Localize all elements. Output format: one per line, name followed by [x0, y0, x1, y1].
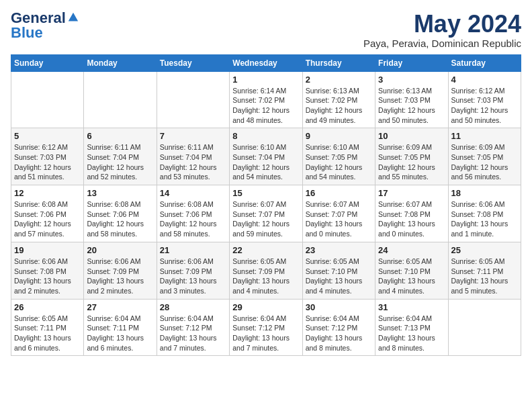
day-info: Sunrise: 6:14 AMSunset: 7:02 PMDaylight:…: [232, 86, 299, 126]
day-info: Sunrise: 6:11 AMSunset: 7:04 PMDaylight:…: [160, 142, 226, 182]
calendar-cell: 28Sunrise: 6:04 AMSunset: 7:12 PMDayligh…: [157, 299, 229, 356]
calendar-cell: 29Sunrise: 6:04 AMSunset: 7:12 PMDayligh…: [230, 299, 302, 356]
calendar-cell: 31Sunrise: 6:04 AMSunset: 7:13 PMDayligh…: [375, 299, 448, 356]
logo: General Blue: [11, 11, 79, 40]
calendar-cell: [448, 299, 521, 356]
day-info: Sunrise: 6:09 AMSunset: 7:05 PMDaylight:…: [451, 142, 518, 182]
day-info: Sunrise: 6:04 AMSunset: 7:13 PMDaylight:…: [378, 314, 445, 353]
day-number: 2: [306, 75, 372, 85]
calendar-cell: 16Sunrise: 6:07 AMSunset: 7:07 PMDayligh…: [302, 185, 375, 242]
weekday-header-thursday: Thursday: [302, 54, 375, 71]
day-info: Sunrise: 6:06 AMSunset: 7:08 PMDaylight:…: [451, 199, 518, 239]
calendar-cell: 22Sunrise: 6:05 AMSunset: 7:09 PMDayligh…: [230, 242, 302, 299]
day-info: Sunrise: 6:09 AMSunset: 7:05 PMDaylight:…: [378, 142, 445, 182]
day-info: Sunrise: 6:04 AMSunset: 7:11 PMDaylight:…: [87, 314, 153, 353]
calendar-cell: 27Sunrise: 6:04 AMSunset: 7:11 PMDayligh…: [84, 299, 157, 356]
calendar-cell: 14Sunrise: 6:08 AMSunset: 7:06 PMDayligh…: [157, 185, 229, 242]
day-info: Sunrise: 6:07 AMSunset: 7:07 PMDaylight:…: [306, 199, 372, 239]
calendar-cell: 4Sunrise: 6:12 AMSunset: 7:03 PMDaylight…: [448, 71, 521, 128]
day-number: 21: [160, 245, 226, 255]
day-info: Sunrise: 6:13 AMSunset: 7:02 PMDaylight:…: [306, 86, 372, 126]
weekday-header-friday: Friday: [375, 54, 448, 71]
calendar-cell: 20Sunrise: 6:06 AMSunset: 7:09 PMDayligh…: [84, 242, 157, 299]
calendar-cell: 3Sunrise: 6:13 AMSunset: 7:03 PMDaylight…: [375, 71, 448, 128]
calendar-cell: 12Sunrise: 6:08 AMSunset: 7:06 PMDayligh…: [11, 185, 84, 242]
day-number: 5: [14, 131, 81, 141]
calendar-cell: 9Sunrise: 6:10 AMSunset: 7:05 PMDaylight…: [302, 128, 375, 185]
day-number: 31: [378, 302, 445, 312]
day-number: 19: [14, 245, 81, 255]
day-number: 1: [232, 75, 299, 85]
calendar-cell: 6Sunrise: 6:11 AMSunset: 7:04 PMDaylight…: [84, 128, 157, 185]
weekday-header-tuesday: Tuesday: [157, 54, 229, 71]
day-info: Sunrise: 6:12 AMSunset: 7:03 PMDaylight:…: [14, 142, 81, 182]
day-info: Sunrise: 6:04 AMSunset: 7:12 PMDaylight:…: [232, 314, 299, 353]
day-number: 16: [306, 188, 372, 198]
calendar-cell: 10Sunrise: 6:09 AMSunset: 7:05 PMDayligh…: [375, 128, 448, 185]
calendar-cell: [157, 71, 229, 128]
day-number: 25: [451, 245, 518, 255]
day-info: Sunrise: 6:05 AMSunset: 7:10 PMDaylight:…: [306, 257, 372, 296]
weekday-header-monday: Monday: [84, 54, 157, 71]
calendar-cell: 25Sunrise: 6:05 AMSunset: 7:11 PMDayligh…: [448, 242, 521, 299]
day-number: 10: [378, 131, 445, 141]
calendar-cell: 5Sunrise: 6:12 AMSunset: 7:03 PMDaylight…: [11, 128, 84, 185]
day-number: 12: [14, 188, 81, 198]
calendar-cell: 2Sunrise: 6:13 AMSunset: 7:02 PMDaylight…: [302, 71, 375, 128]
day-number: 27: [87, 302, 153, 312]
calendar-cell: 24Sunrise: 6:05 AMSunset: 7:10 PMDayligh…: [375, 242, 448, 299]
day-info: Sunrise: 6:07 AMSunset: 7:08 PMDaylight:…: [378, 199, 445, 239]
weekday-header-wednesday: Wednesday: [230, 54, 302, 71]
day-number: 11: [451, 131, 518, 141]
calendar-cell: [11, 71, 84, 128]
day-info: Sunrise: 6:05 AMSunset: 7:11 PMDaylight:…: [14, 314, 81, 353]
title-area: May 2024 Paya, Peravia, Dominican Republ…: [363, 11, 521, 49]
calendar-cell: 18Sunrise: 6:06 AMSunset: 7:08 PMDayligh…: [448, 185, 521, 242]
day-info: Sunrise: 6:04 AMSunset: 7:12 PMDaylight:…: [306, 314, 372, 353]
svg-marker-0: [69, 13, 78, 21]
day-info: Sunrise: 6:07 AMSunset: 7:07 PMDaylight:…: [232, 199, 299, 239]
day-info: Sunrise: 6:10 AMSunset: 7:04 PMDaylight:…: [232, 142, 299, 182]
calendar-cell: 11Sunrise: 6:09 AMSunset: 7:05 PMDayligh…: [448, 128, 521, 185]
day-info: Sunrise: 6:06 AMSunset: 7:09 PMDaylight:…: [87, 257, 153, 296]
day-info: Sunrise: 6:05 AMSunset: 7:10 PMDaylight:…: [378, 257, 445, 296]
weekday-header-saturday: Saturday: [448, 54, 521, 71]
day-info: Sunrise: 6:06 AMSunset: 7:09 PMDaylight:…: [160, 257, 226, 296]
day-number: 15: [232, 188, 299, 198]
day-number: 28: [160, 302, 226, 312]
calendar-table: SundayMondayTuesdayWednesdayThursdayFrid…: [11, 54, 521, 357]
day-info: Sunrise: 6:11 AMSunset: 7:04 PMDaylight:…: [87, 142, 153, 182]
calendar-cell: 8Sunrise: 6:10 AMSunset: 7:04 PMDaylight…: [230, 128, 302, 185]
day-info: Sunrise: 6:08 AMSunset: 7:06 PMDaylight:…: [14, 199, 81, 239]
day-number: 4: [451, 75, 518, 85]
calendar-cell: 30Sunrise: 6:04 AMSunset: 7:12 PMDayligh…: [302, 299, 375, 356]
calendar-cell: 15Sunrise: 6:07 AMSunset: 7:07 PMDayligh…: [230, 185, 302, 242]
calendar-cell: 21Sunrise: 6:06 AMSunset: 7:09 PMDayligh…: [157, 242, 229, 299]
day-number: 23: [306, 245, 372, 255]
day-info: Sunrise: 6:05 AMSunset: 7:11 PMDaylight:…: [451, 257, 518, 296]
day-number: 6: [87, 131, 153, 141]
calendar-cell: 1Sunrise: 6:14 AMSunset: 7:02 PMDaylight…: [230, 71, 302, 128]
day-number: 22: [232, 245, 299, 255]
day-number: 26: [14, 302, 81, 312]
day-info: Sunrise: 6:12 AMSunset: 7:03 PMDaylight:…: [451, 86, 518, 126]
calendar-cell: 26Sunrise: 6:05 AMSunset: 7:11 PMDayligh…: [11, 299, 84, 356]
logo-general-text: General: [11, 11, 66, 26]
day-number: 29: [232, 302, 299, 312]
day-info: Sunrise: 6:05 AMSunset: 7:09 PMDaylight:…: [232, 257, 299, 296]
calendar-cell: 13Sunrise: 6:08 AMSunset: 7:06 PMDayligh…: [84, 185, 157, 242]
day-info: Sunrise: 6:06 AMSunset: 7:08 PMDaylight:…: [14, 257, 81, 296]
day-number: 8: [232, 131, 299, 141]
day-info: Sunrise: 6:10 AMSunset: 7:05 PMDaylight:…: [306, 142, 372, 182]
day-info: Sunrise: 6:04 AMSunset: 7:12 PMDaylight:…: [160, 314, 226, 353]
day-number: 24: [378, 245, 445, 255]
weekday-header-sunday: Sunday: [11, 54, 84, 71]
day-number: 20: [87, 245, 153, 255]
calendar-cell: 19Sunrise: 6:06 AMSunset: 7:08 PMDayligh…: [11, 242, 84, 299]
day-number: 17: [378, 188, 445, 198]
day-number: 30: [306, 302, 372, 312]
day-number: 18: [451, 188, 518, 198]
calendar-cell: 17Sunrise: 6:07 AMSunset: 7:08 PMDayligh…: [375, 185, 448, 242]
day-number: 3: [378, 75, 445, 85]
day-info: Sunrise: 6:08 AMSunset: 7:06 PMDaylight:…: [160, 199, 226, 239]
